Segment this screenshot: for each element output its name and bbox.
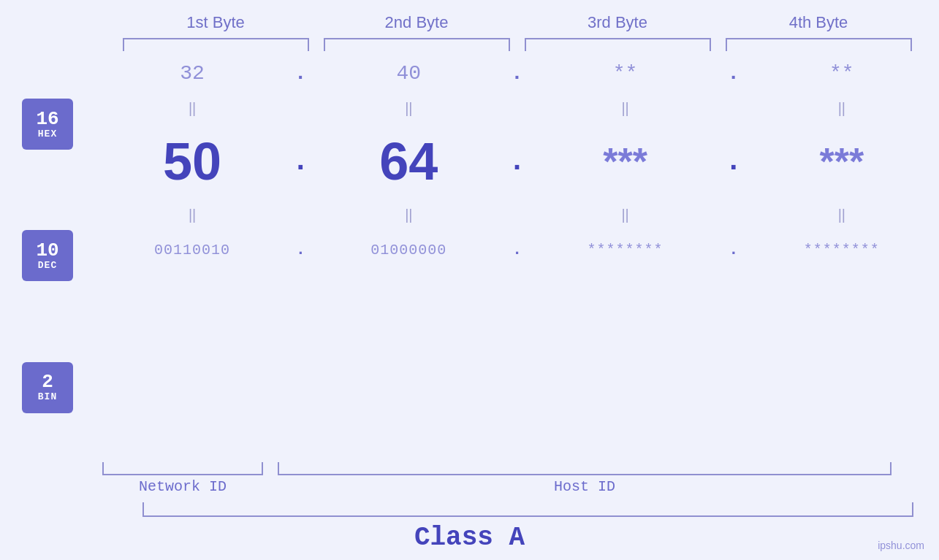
bin-row: 00110010 . 01000000 . ******** .	[95, 228, 939, 272]
bracket-2	[324, 38, 510, 51]
values-area: 32 . 40 . ** . **	[95, 51, 939, 461]
bin-dot-2: .	[506, 241, 528, 259]
host-bracket	[278, 462, 892, 475]
eq-2-b4: ||	[745, 207, 939, 223]
dec-b1: 50	[95, 131, 289, 191]
bracket-4	[726, 38, 912, 51]
hex-dot-2: .	[506, 62, 528, 85]
badge-bin-num: 2	[42, 372, 53, 391]
badge-hex: 16 HEX	[22, 99, 73, 150]
bracket-1	[123, 38, 309, 51]
eq-2-b1: ||	[95, 207, 289, 223]
class-bracket	[142, 502, 913, 517]
eq-row-2: || || || ||	[95, 202, 939, 228]
badge-dec-label: DEC	[38, 260, 57, 271]
badges-column: 16 HEX 10 DEC 2 BIN	[0, 51, 95, 461]
byte-label-4: 4th Byte	[718, 7, 919, 38]
network-bracket	[102, 462, 263, 475]
byte-label-1: 1st Byte	[115, 7, 316, 38]
dec-dot-3: .	[723, 145, 745, 178]
hex-b1: 32	[95, 62, 289, 85]
network-host-labels: Network ID Host ID	[95, 478, 899, 495]
bin-b4: ********	[745, 242, 939, 258]
bin-dot-1: .	[289, 241, 311, 259]
badge-hex-num: 16	[36, 110, 58, 129]
badge-hex-label: HEX	[38, 129, 57, 139]
eq-1-b1: ||	[95, 100, 289, 117]
byte-label-3: 3rd Byte	[517, 7, 718, 38]
watermark: ipshu.com	[878, 540, 924, 551]
badge-dec: 10 DEC	[22, 230, 73, 281]
hex-dot-3: .	[723, 62, 745, 85]
bottom-section: Network ID Host ID Class A	[0, 461, 939, 560]
main-container: 1st Byte 2nd Byte 3rd Byte 4th Byte 16 H…	[0, 0, 939, 560]
eq-1-b3: ||	[528, 100, 723, 117]
eq-1-b2: ||	[311, 100, 506, 117]
dec-b3: ***	[528, 139, 723, 183]
bin-dot-3: .	[723, 241, 745, 259]
byte-labels-row: 1st Byte 2nd Byte 3rd Byte 4th Byte	[115, 7, 919, 38]
dec-b2: 64	[311, 131, 506, 191]
bin-b2: 01000000	[311, 242, 506, 258]
eq-1-b4: ||	[745, 100, 939, 117]
eq-2-b3: ||	[528, 207, 723, 223]
eq-row-1: || || || ||	[95, 95, 939, 121]
network-id-label: Network ID	[102, 478, 263, 495]
byte-label-2: 2nd Byte	[316, 7, 517, 38]
badge-bin-label: BIN	[38, 391, 57, 402]
hex-dot-1: .	[289, 62, 311, 85]
hex-b3: **	[528, 62, 723, 85]
bottom-brackets	[95, 462, 899, 475]
bin-b3: ********	[528, 242, 723, 258]
hex-row: 32 . 40 . ** . **	[95, 51, 939, 95]
hex-b4: **	[745, 62, 939, 85]
dec-dot-2: .	[506, 145, 528, 178]
bracket-3	[525, 38, 711, 51]
main-grid: 16 HEX 10 DEC 2 BIN 32 .	[0, 51, 939, 461]
eq-2-b2: ||	[311, 207, 506, 223]
hex-b2: 40	[311, 62, 506, 85]
dec-row: 50 . 64 . *** . ***	[95, 121, 939, 202]
badge-dec-num: 10	[36, 241, 58, 260]
class-label: Class A	[0, 523, 939, 553]
dec-b4: ***	[745, 139, 939, 183]
top-brackets	[115, 38, 919, 51]
host-id-label: Host ID	[278, 478, 892, 495]
dec-dot-1: .	[289, 145, 311, 178]
badge-bin: 2 BIN	[22, 362, 73, 413]
bin-b1: 00110010	[95, 242, 289, 258]
